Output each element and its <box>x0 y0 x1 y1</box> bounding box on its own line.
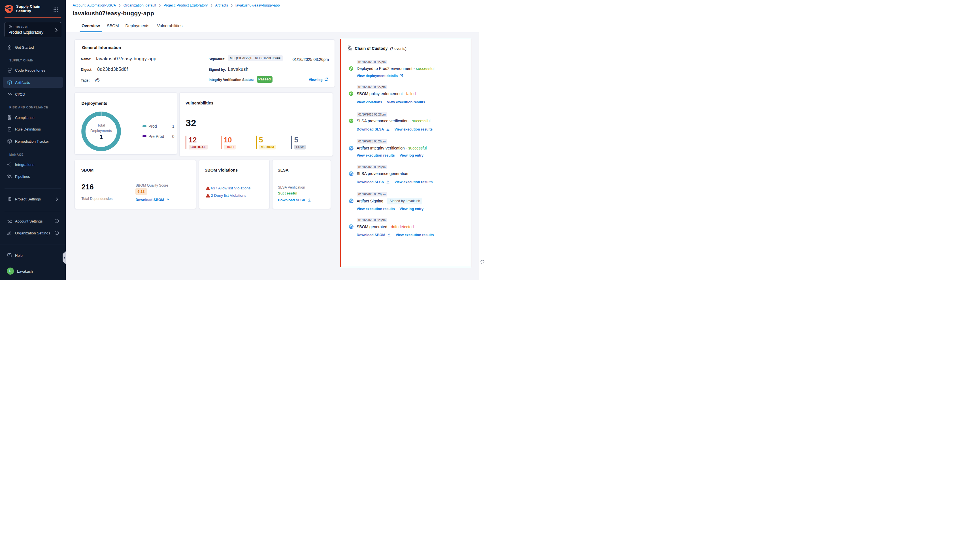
svg-text:?: ? <box>8 253 10 256</box>
